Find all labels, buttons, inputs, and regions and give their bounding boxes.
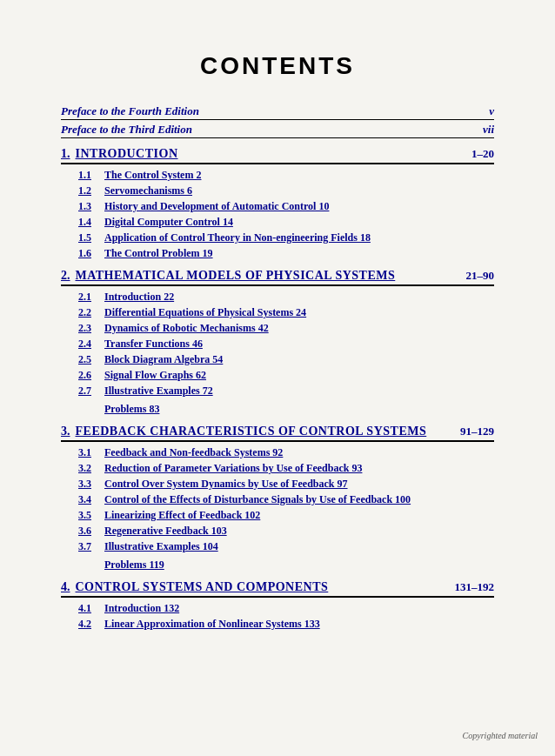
chapter-header: 3.Feedback Characteristics of Control Sy… — [61, 425, 494, 442]
section-num: 2.2 — [78, 306, 104, 319]
section-title: Introduction 22 — [104, 291, 174, 304]
chapter-title: Introduction — [76, 147, 178, 161]
section-title: Differential Equations of Physical Syste… — [104, 306, 306, 319]
chapter-header-left: 4.Control Systems and Components — [61, 580, 328, 594]
chapter-header: 1.Introduction1–20 — [61, 147, 494, 164]
section-title: Dynamics of Robotic Mechanisms 42 — [104, 322, 269, 335]
section-num: 4.2 — [78, 618, 104, 631]
section-title: Transfer Functions 46 — [104, 338, 203, 351]
section-item: 1.6The Control Problem 19 — [61, 247, 494, 260]
section-num: 3.2 — [78, 462, 104, 475]
section-num: 3.3 — [78, 478, 104, 491]
section-title: Application of Control Theory in Non-eng… — [104, 231, 371, 244]
problems-line: Problems 119 — [61, 556, 494, 572]
chapter-pages: 91–129 — [460, 425, 494, 438]
section-num: 1.2 — [78, 184, 104, 197]
section-item: 1.3History and Development of Automatic … — [61, 200, 494, 213]
section-num: 3.1 — [78, 446, 104, 459]
preface-section: Preface to the Fourth EditionvPreface to… — [61, 104, 494, 138]
chapter-num: 4. — [61, 580, 70, 594]
chapter-pages: 21–90 — [466, 269, 495, 283]
section-title: Reduction of Parameter Variations by Use… — [104, 462, 362, 475]
preface-title: Preface to the Fourth Edition — [61, 104, 199, 118]
section-title: Linear Approximation of Nonlinear System… — [104, 618, 320, 631]
section-num: 1.1 — [78, 169, 104, 182]
section-title: Control Over System Dynamics by Use of F… — [104, 478, 348, 491]
section-title: Signal Flow Graphs 62 — [104, 369, 206, 382]
section-num: 3.5 — [78, 509, 104, 522]
section-item: 3.2Reduction of Parameter Variations by … — [61, 462, 494, 475]
section-num: 2.3 — [78, 322, 104, 335]
chapter-header-left: 3.Feedback Characteristics of Control Sy… — [61, 425, 426, 438]
section-title: Servomechanisms 6 — [104, 184, 192, 197]
preface-page-num: vii — [483, 123, 494, 137]
section-item: 2.1Introduction 22 — [61, 291, 494, 304]
section-item: 2.2Differential Equations of Physical Sy… — [61, 306, 494, 319]
copyright-notice: Copyrighted material — [463, 731, 538, 740]
chapter-title: Control Systems and Components — [76, 580, 329, 594]
section-item: 1.5Application of Control Theory in Non-… — [61, 231, 494, 244]
section-title: Introduction 132 — [104, 602, 179, 615]
section-item: 2.6Signal Flow Graphs 62 — [61, 369, 494, 382]
section-title: The Control System 2 — [104, 169, 201, 182]
section-num: 1.6 — [78, 247, 104, 260]
section-num: 2.6 — [78, 369, 104, 382]
preface-line: Preface to the Fourth Editionv — [61, 104, 494, 120]
section-num: 1.3 — [78, 200, 104, 213]
section-title: Feedback and Non-feedback Systems 92 — [104, 446, 283, 459]
section-num: 3.6 — [78, 525, 104, 538]
section-num: 2.1 — [78, 291, 104, 304]
section-title: History and Development of Automatic Con… — [104, 200, 329, 213]
problems-line: Problems 83 — [61, 400, 494, 416]
chapter-pages: 131–192 — [455, 580, 495, 594]
section-num: 2.5 — [78, 353, 104, 366]
section-title: Digital Computer Control 14 — [104, 216, 233, 229]
section-num: 2.4 — [78, 338, 104, 351]
problems-title: Problems 119 — [104, 559, 164, 571]
chapter-pages: 1–20 — [471, 147, 494, 161]
problems-title: Problems 83 — [104, 403, 159, 415]
chapter-header: 4.Control Systems and Components131–192 — [61, 580, 494, 598]
section-title: Illustrative Examples 104 — [104, 540, 218, 553]
section-num: 1.4 — [78, 216, 104, 229]
chapter-num: 3. — [61, 425, 70, 438]
preface-line: Preface to the Third Editionvii — [61, 123, 494, 138]
section-item: 3.6Regenerative Feedback 103 — [61, 525, 494, 538]
section-num: 1.5 — [78, 231, 104, 244]
section-title: Regenerative Feedback 103 — [104, 525, 227, 538]
section-item: 2.3Dynamics of Robotic Mechanisms 42 — [61, 322, 494, 335]
section-title: The Control Problem 19 — [104, 247, 213, 260]
section-item: 1.4Digital Computer Control 14 — [61, 216, 494, 229]
chapter-num: 2. — [61, 269, 70, 283]
section-num: 2.7 — [78, 385, 104, 398]
section-item: 3.5Linearizing Effect of Feedback 102 — [61, 509, 494, 522]
preface-title: Preface to the Third Edition — [61, 123, 192, 137]
section-title: Block Diagram Algebra 54 — [104, 353, 223, 366]
section-title: Linearizing Effect of Feedback 102 — [104, 509, 260, 522]
chapter-title: Mathematical Models of Physical Systems — [76, 269, 396, 283]
section-item: 2.4Transfer Functions 46 — [61, 338, 494, 351]
preface-page-num: v — [489, 104, 494, 118]
chapter-num: 1. — [61, 147, 70, 161]
section-num: 3.7 — [78, 540, 104, 553]
section-item: 3.3Control Over System Dynamics by Use o… — [61, 478, 494, 491]
section-item: 4.1Introduction 132 — [61, 602, 494, 615]
section-title: Control of the Effects of Disturbance Si… — [104, 493, 411, 506]
section-item: 2.7Illustrative Examples 72 — [61, 385, 494, 398]
chapter-section: 4.Control Systems and Components131–1924… — [61, 580, 494, 631]
section-item: 4.2Linear Approximation of Nonlinear Sys… — [61, 618, 494, 631]
chapter-section: 3.Feedback Characteristics of Control Sy… — [61, 425, 494, 572]
chapter-header-left: 1.Introduction — [61, 147, 178, 161]
chapter-section: 1.Introduction1–201.1The Control System … — [61, 147, 494, 260]
chapter-title: Feedback Characteristics of Control Syst… — [76, 425, 427, 438]
section-item: 3.1Feedback and Non-feedback Systems 92 — [61, 446, 494, 459]
chapter-section: 2.Mathematical Models of Physical System… — [61, 269, 494, 416]
page: CONTENTS Preface to the Fourth EditionvP… — [0, 0, 555, 756]
section-item: 3.7Illustrative Examples 104 — [61, 540, 494, 553]
section-title: Illustrative Examples 72 — [104, 385, 213, 398]
chapters-section: 1.Introduction1–201.1The Control System … — [61, 147, 494, 631]
section-num: 4.1 — [78, 602, 104, 615]
section-item: 1.2Servomechanisms 6 — [61, 184, 494, 197]
section-item: 1.1The Control System 2 — [61, 169, 494, 182]
section-item: 3.4Control of the Effects of Disturbance… — [61, 493, 494, 506]
